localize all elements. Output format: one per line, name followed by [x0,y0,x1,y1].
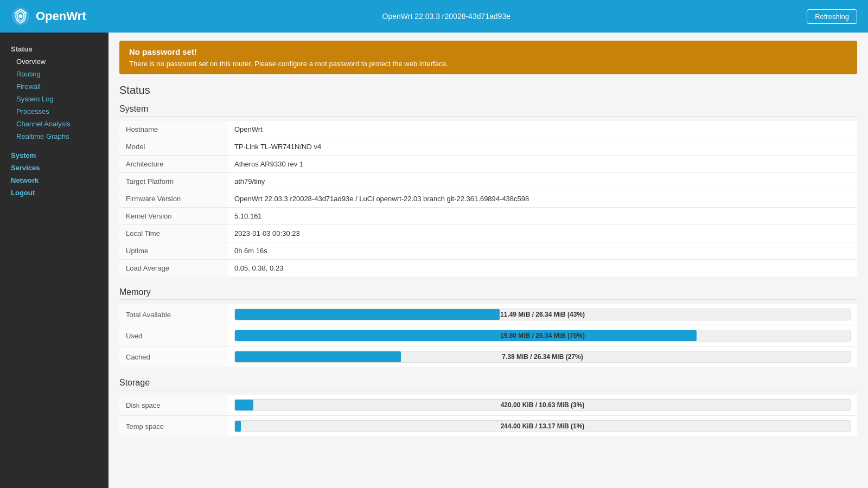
main-layout: Status Overview Routing Firewall System … [0,33,868,488]
memory-row: Cached 7.38 MiB / 26.34 MiB (27%) [119,346,857,368]
system-label: Firmware Version [119,190,228,208]
sidebar-link-channel-analysis: Channel Analysis [16,120,71,128]
storage-table: Disk space 420.00 KiB / 10.63 MiB (3%) T… [119,395,857,436]
system-value: TP-Link TL-WR741N/ND v4 [228,138,857,156]
system-label: Model [119,138,228,156]
sidebar-link-realtime-graphs: Realtime Graphs [16,132,69,140]
memory-bar-cell: 19.80 MiB / 26.34 MiB (75%) [228,325,857,346]
warning-title: No password set! [129,47,847,56]
refreshing-button[interactable]: Refreshing [807,9,857,24]
system-value: 5.10.161 [228,208,857,225]
openwrt-logo-icon [11,7,30,26]
system-value: 0h 6m 16s [228,242,857,260]
memory-label: Total Available [119,304,228,325]
sidebar: Status Overview Routing Firewall System … [0,33,108,488]
memory-bar-cell: 7.38 MiB / 26.34 MiB (27%) [228,346,857,368]
sidebar-item-routing[interactable]: Routing [0,68,108,80]
storage-heading: Storage [119,378,857,390]
system-value: 0.05, 0.38, 0.23 [228,260,857,277]
sidebar-link-logout[interactable]: Logout [0,187,108,199]
logo-area: OpenWrt [11,7,86,26]
system-row: Firmware VersionOpenWrt 22.03.3 r20028-4… [119,190,857,208]
logo-text: OpenWrt [36,9,86,23]
sidebar-link-services[interactable]: Services [0,162,108,174]
system-label: Load Average [119,260,228,277]
sidebar-item-processes[interactable]: Processes [0,105,108,118]
system-label: Target Platform [119,173,228,190]
sidebar-item-realtime-graphs[interactable]: Realtime Graphs [0,130,108,143]
system-label: Local Time [119,225,228,242]
storage-row: Temp space 244.00 KiB / 13.17 MiB (1%) [119,416,857,437]
system-value: Atheros AR9330 rev 1 [228,156,857,173]
storage-label: Temp space [119,416,228,437]
sidebar-link-processes: Processes [16,107,49,115]
sidebar-item-channel-analysis[interactable]: Channel Analysis [0,118,108,130]
sidebar-item-overview[interactable]: Overview [0,55,108,68]
warning-message: There is no password set on this router.… [129,60,847,68]
storage-row: Disk space 420.00 KiB / 10.63 MiB (3%) [119,395,857,416]
storage-label: Disk space [119,395,228,416]
storage-bar-cell: 420.00 KiB / 10.63 MiB (3%) [228,395,857,416]
system-row: Local Time2023-01-03 00:30:23 [119,225,857,242]
memory-row: Used 19.80 MiB / 26.34 MiB (75%) [119,325,857,346]
memory-bar-cell: 11.49 MiB / 26.34 MiB (43%) [228,304,857,325]
memory-label: Used [119,325,228,346]
system-row: Target Platformath79/tiny [119,173,857,190]
storage-bar-cell: 244.00 KiB / 13.17 MiB (1%) [228,416,857,437]
system-table: HostnameOpenWrtModelTP-Link TL-WR741N/ND… [119,121,857,277]
system-label: Hostname [119,121,228,138]
system-row: Kernel Version5.10.161 [119,208,857,225]
sidebar-link-routing: Routing [16,70,41,78]
system-label: Uptime [119,242,228,260]
system-row: Uptime0h 6m 16s [119,242,857,260]
memory-table: Total Available 11.49 MiB / 26.34 MiB (4… [119,304,857,367]
header: OpenWrt OpenWrt 22.03.3 r20028-43d71ad93… [0,0,868,33]
system-value: 2023-01-03 00:30:23 [228,225,857,242]
system-row: ArchitectureAtheros AR9330 rev 1 [119,156,857,173]
sidebar-link-overview: Overview [16,57,46,66]
memory-heading: Memory [119,287,857,300]
system-heading: System [119,104,857,117]
content: No password set! There is no password se… [108,33,868,488]
sidebar-item-system-log[interactable]: System Log [0,93,108,105]
sidebar-status-label: Status [0,41,108,55]
system-row: HostnameOpenWrt [119,121,857,138]
system-label: Kernel Version [119,208,228,225]
header-title: OpenWrt 22.03.3 r20028-43d71ad93e [86,12,807,21]
memory-row: Total Available 11.49 MiB / 26.34 MiB (4… [119,304,857,325]
warning-banner: No password set! There is no password se… [119,41,857,74]
svg-point-1 [18,14,22,18]
system-row: ModelTP-Link TL-WR741N/ND v4 [119,138,857,156]
page-title: Status [119,84,857,99]
system-value: OpenWrt 22.03.3 r20028-43d71ad93e / LuCI… [228,190,857,208]
sidebar-link-system-log: System Log [16,95,54,103]
memory-label: Cached [119,346,228,368]
system-label: Architecture [119,156,228,173]
sidebar-link-firewall: Firewall [16,82,41,91]
system-value: ath79/tiny [228,173,857,190]
sidebar-link-network[interactable]: Network [0,174,108,187]
sidebar-item-firewall[interactable]: Firewall [0,80,108,93]
system-value: OpenWrt [228,121,857,138]
sidebar-link-system[interactable]: System [0,149,108,162]
system-row: Load Average0.05, 0.38, 0.23 [119,260,857,277]
